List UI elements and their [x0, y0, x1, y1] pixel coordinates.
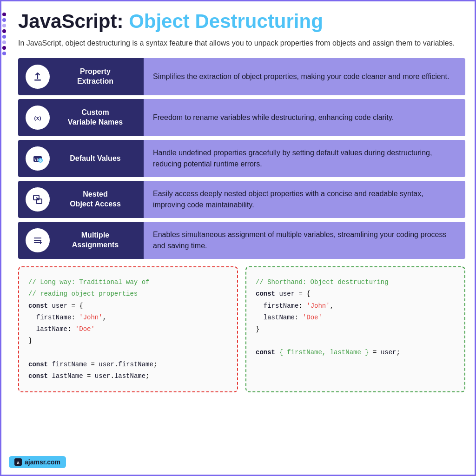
code-section: // Long way: Traditional way of // readi… [18, 266, 465, 392]
code-line-6: const firstName = user.firstName; [28, 359, 228, 370]
code-line-1: const user = { [28, 300, 228, 312]
accent-dot [2, 13, 6, 16]
feature-row-multiple-assignments: MultipleAssignments Enables simultaneous… [18, 222, 465, 259]
feature-title-default-values: Default Values [54, 154, 136, 164]
code-line-r3: lastName: 'Doe' [256, 312, 455, 324]
code-line-r1: const user = { [256, 288, 455, 300]
feature-label-multiple-assignments: MultipleAssignments [18, 222, 144, 259]
property-extraction-icon [26, 65, 50, 89]
multiple-assignments-icon [26, 228, 50, 252]
accent-dot [2, 29, 6, 33]
feature-label-nested-object-access: NestedObject Access [18, 181, 144, 218]
code-line-r6: const { firstName, lastName } = user; [256, 347, 455, 358]
feature-desc-nested-object-access: Easily access deeply nested object prope… [144, 181, 465, 218]
feature-row-default-values: var ⚙ Default Values Handle undefined pr… [18, 140, 465, 177]
page-title: JavaScript: Object Destructuring [18, 11, 465, 32]
code-line-r4: } [256, 324, 455, 335]
code-line-3: lastName: 'Doe' [28, 324, 228, 335]
title-highlight: Object Destructuring [129, 10, 323, 32]
footer-brand: a ajamsr.com [9, 456, 66, 468]
accent-dot [2, 18, 6, 22]
feature-title-multiple-assignments: MultipleAssignments [54, 231, 136, 250]
code-comment-r1: // Shorthand: Object destructuring [256, 277, 455, 288]
code-line-5 [28, 347, 228, 358]
feature-desc-property-extraction: Simplifies the extraction of object prop… [144, 58, 465, 95]
code-box-destructuring: // Shorthand: Object destructuring const… [245, 266, 465, 392]
code-comment-2: // reading object properties [28, 288, 228, 300]
code-box-traditional: // Long way: Traditional way of // readi… [18, 266, 238, 392]
code-line-r5 [256, 335, 455, 347]
svg-rect-1 [34, 79, 41, 81]
accent-dot [2, 40, 6, 44]
feature-desc-custom-variable-names: Freedom to rename variables while destru… [144, 99, 465, 136]
title-static: JavaScript: [18, 10, 129, 32]
feature-title-nested-object-access: NestedObject Access [54, 190, 136, 209]
feature-label-property-extraction: PropertyExtraction [18, 58, 144, 95]
main-content: JavaScript: Object Destructuring In Java… [18, 11, 465, 392]
svg-text:⚙: ⚙ [39, 159, 42, 162]
feature-title-custom-variable-names: CustomVariable Names [54, 108, 136, 127]
feature-title-property-extraction: PropertyExtraction [54, 67, 136, 86]
code-line-r2: firstName: 'John', [256, 300, 455, 312]
feature-desc-default-values: Handle undefined properties gracefully b… [144, 140, 465, 177]
feature-row-nested-object-access: NestedObject Access Easily access deeply… [18, 181, 465, 218]
accent-dot [2, 52, 6, 55]
code-comment-1: // Long way: Traditional way of [28, 277, 228, 288]
code-line-4: } [28, 335, 228, 347]
accent-dot [2, 35, 6, 39]
accent-dot [2, 46, 6, 50]
custom-variable-names-icon: (x) [26, 106, 50, 130]
left-accent-bar [1, 1, 7, 475]
feature-row-property-extraction: PropertyExtraction Simplifies the extrac… [18, 58, 465, 95]
feature-desc-multiple-assignments: Enables simultaneous assignment of multi… [144, 222, 465, 259]
feature-label-custom-variable-names: (x) CustomVariable Names [18, 99, 144, 136]
brand-icon: a [14, 458, 22, 466]
svg-text:(x): (x) [34, 114, 41, 121]
feature-label-default-values: var ⚙ Default Values [18, 140, 144, 177]
feature-row-custom-variable-names: (x) CustomVariable Names Freedom to rena… [18, 99, 465, 136]
subtitle: In JavaScript, object destructuring is a… [18, 38, 460, 49]
code-line-7: const lastName = user.lastName; [28, 370, 228, 382]
accent-dot [2, 24, 6, 27]
code-line-2: firstName: 'John', [28, 312, 228, 324]
default-values-icon: var ⚙ [26, 146, 50, 171]
nested-object-access-icon [26, 187, 50, 212]
